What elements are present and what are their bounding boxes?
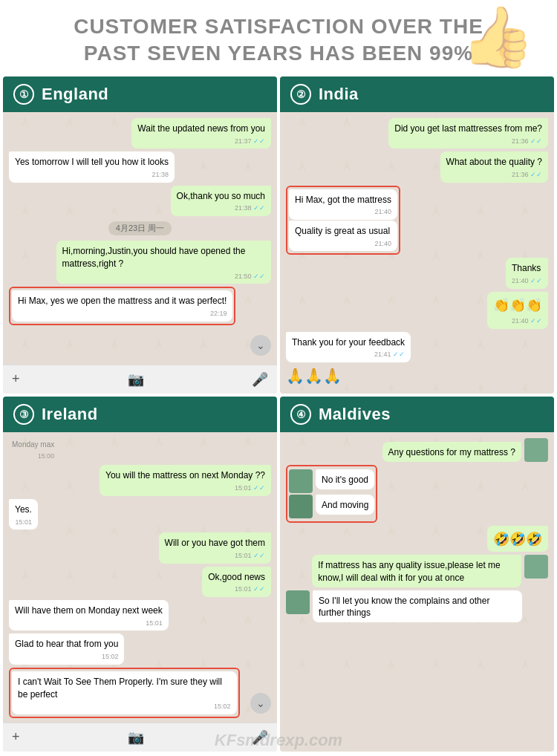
chat-header-england: ① England [3,76,277,112]
chat-india: ② India Did you get last mattresses from… [280,76,554,394]
thumb-maldives-4 [524,555,548,579]
camera-icon-ireland[interactable]: 📷 [128,729,144,746]
camera-icon[interactable]: 📷 [128,371,144,388]
maldives-label: Maldives [319,405,391,424]
msg-england-2: Yes tomorrow I will tell you how it look… [9,151,175,182]
msg-england-4: Hi,morning,Justin,you should have opened… [56,241,271,284]
ireland-number: ③ [13,404,34,425]
chat-body-maldives: Any questions for my mattress ? No it's … [280,432,554,685]
chat-body-india: Did you get last mattresses from me? 21:… [280,112,554,391]
chat-footer-ireland: + 📷 🎤 [3,723,277,752]
expand-button-england[interactable]: ⌄ [250,335,271,356]
mic-icon-ireland[interactable]: 🎤 [252,729,268,746]
msg-maldives-2: No it's good [316,469,374,489]
chat-england: ① England Wait the updated news from you… [3,76,277,394]
england-number: ① [13,84,34,105]
thumb-maldives-1 [524,438,548,462]
msg-england-5: Hi Max, yes we open the mattress and it … [12,290,232,321]
msg-ireland-1: Monday max 15:00 [9,438,57,463]
page-header: 👍 CUSTOMER SATISFACTION OVER THE PAST SE… [0,0,557,76]
india-label: India [319,85,359,104]
msg-ireland-2: You will the mattress on next Monday ?? … [100,465,271,495]
msg-india-1: Did you get last mattresses from me? 21:… [388,118,548,149]
ireland-label: Ireland [42,405,98,424]
msg-ireland-5: Ok,good news 15:01 ✓✓ [202,567,271,597]
highlight-ireland: I can't Wait To See Them Properly. I'm s… [9,668,240,718]
msg-ireland-3: Yes. 15:01 [9,499,38,529]
expand-button-ireland[interactable]: ⌄ [250,693,271,714]
msg-ireland-6: Will have them on Monday next week 15:01 [9,600,169,630]
thumbs-up-icon: 👍 [460,7,535,67]
msg-england-1: Wait the updated news from you 21:37 ✓✓ [131,118,271,149]
msg-maldives-3: And moving [316,495,374,515]
chat-maldives: ④ Maldives Any questions for my mattress… [280,397,554,752]
msg-maldives-5: If mattress has any quality issue,please… [312,555,521,587]
highlight-england: Hi Max, yes we open the mattress and it … [9,287,235,325]
chat-body-ireland: Monday max 15:00 You will the mattress o… [3,432,277,723]
highlight-india: Hi Max, got the mattress 21:40 Quality i… [286,186,400,255]
india-number: ② [290,84,311,105]
msg-india-5: Thanks 21:40 ✓✓ [506,258,548,288]
mic-icon[interactable]: 🎤 [252,371,268,388]
thumb-maldives-5 [286,590,310,614]
msg-england-3: Ok,thank you so much 21:38 ✓✓ [171,186,271,216]
chat-ireland: ③ Ireland Monday max 15:00 You will the … [3,397,277,752]
chat-header-maldives: ④ Maldives [280,397,554,432]
chat-header-india: ② India [280,76,554,112]
msg-india-7: Thank you for your feedback 21:41 ✓✓ [286,332,411,362]
chat-header-ireland: ③ Ireland [3,397,277,432]
msg-india-2: What about the quality ? 21:36 ✓✓ [440,151,548,182]
msg-india-3: Hi Max, got the mattress 21:40 [289,189,397,220]
chat-grid: ① England Wait the updated news from you… [0,76,557,755]
chat-footer-england: + 📷 🎤 [3,365,277,394]
highlight-maldives: No it's good And moving [286,465,377,523]
thumb-maldives-2 [289,469,313,493]
msg-india-6: 👏👏👏 21:40 ✓✓ [487,292,548,329]
plus-icon-ireland[interactable]: + [12,729,20,745]
msg-india-4: Quality is great as usual 21:40 [289,221,397,251]
msg-maldives-1: Any questions for my mattress ? [382,442,521,462]
msg-ireland-7: Glad to hear that from you 15:02 [9,633,124,664]
msg-maldives-6: So I'll let you know the complains and o… [313,590,522,623]
msg-ireland-8: I can't Wait To See Them Properly. I'm s… [12,671,237,714]
england-label: England [42,85,108,104]
emoji-row-india: 🙏🙏🙏 [286,367,342,385]
date-divider-england: 4月23日 周一 [108,221,172,235]
thumb-maldives-3 [289,495,313,518]
msg-ireland-4: Will or you have got them 15:01 ✓✓ [159,532,271,563]
page-title: CUSTOMER SATISFACTION OVER THE PAST SEVE… [30,13,527,68]
chat-body-england: Wait the updated news from you 21:37 ✓✓ … [3,112,277,365]
msg-maldives-4: 🤣🤣🤣 [487,526,548,552]
maldives-number: ④ [290,404,311,425]
plus-icon[interactable]: + [12,371,20,387]
